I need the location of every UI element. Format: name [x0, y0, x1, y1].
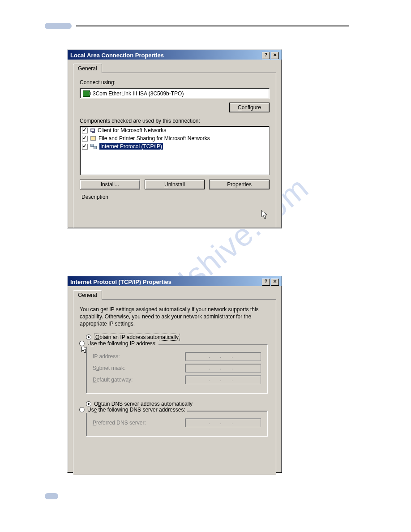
install-button[interactable]: Install...: [80, 180, 140, 189]
ip-address-label: IP address:: [93, 353, 120, 360]
gateway-input: . . .: [185, 375, 261, 384]
tab-general[interactable]: General: [73, 290, 102, 300]
footer-pill: [45, 493, 58, 499]
tab-general[interactable]: General: [73, 64, 102, 73]
close-button[interactable]: ✕: [271, 279, 279, 286]
list-item[interactable]: Client for Microsoft Networks: [80, 126, 269, 134]
item-label: File and Printer Sharing for Microsoft N…: [98, 135, 210, 142]
titlebar: Internet Protocol (TCP/IP) Properties ? …: [68, 276, 282, 286]
ip-address-input: . . .: [185, 352, 261, 361]
checkbox[interactable]: [82, 128, 88, 133]
components-label: Components checked are used by this conn…: [80, 118, 270, 124]
dialog-title: Local Area Connection Properties: [70, 52, 164, 59]
client-icon: [90, 129, 95, 132]
properties-button[interactable]: Properties: [209, 180, 270, 189]
configure-button[interactable]: CConfigureonfigure: [229, 103, 270, 112]
use-dns-radio[interactable]: [79, 407, 85, 412]
components-list[interactable]: Client for Microsoft Networks File and P…: [80, 126, 270, 175]
connect-using-label: Connect using:: [80, 79, 270, 86]
item-label-selected: Internet Protocol (TCP/IP): [99, 143, 163, 150]
ip-fieldset: Use the following IP address: IP address…: [86, 344, 268, 394]
use-ip-label: Use the following IP address:: [87, 340, 157, 347]
radio-icon[interactable]: [86, 335, 91, 340]
dialog-title: Internet Protocol (TCP/IP) Properties: [70, 279, 171, 285]
preferred-dns-label: Preferred DNS server:: [93, 420, 146, 426]
lan-properties-dialog: Local Area Connection Properties ? ✕ Gen…: [67, 49, 282, 228]
tcpip-icon: [90, 144, 97, 149]
close-button[interactable]: ✕: [271, 52, 279, 59]
preferred-dns-input: . . .: [185, 418, 261, 427]
item-label: Client for Microsoft Networks: [98, 127, 166, 133]
subnet-label: Subnet mask:: [93, 365, 125, 371]
description-group: Description: [80, 194, 270, 200]
dns-fieldset: Use the following DNS server addresses: …: [86, 411, 268, 437]
radio-icon[interactable]: [86, 401, 91, 407]
header-pill: [45, 23, 72, 29]
help-text: You can get IP settings assigned automat…: [80, 306, 270, 327]
titlebar: Local Area Connection Properties ? ✕: [68, 50, 282, 60]
share-icon: [90, 136, 96, 141]
uninstall-button[interactable]: Uninstall: [145, 180, 205, 189]
use-ip-radio[interactable]: [79, 341, 85, 346]
checkbox[interactable]: [82, 144, 88, 150]
header-rule: [76, 26, 349, 26]
tcpip-properties-dialog: Internet Protocol (TCP/IP) Properties ? …: [67, 276, 282, 473]
list-item[interactable]: File and Printer Sharing for Microsoft N…: [80, 134, 269, 142]
footer-rule: [63, 496, 394, 496]
adapter-name: 3Com EtherLink III ISA (3C509b-TPO): [93, 90, 184, 97]
help-button[interactable]: ?: [262, 279, 270, 286]
gateway-label: Default gateway:: [93, 377, 133, 383]
page-header: [45, 22, 344, 26]
list-item[interactable]: Internet Protocol (TCP/IP): [80, 142, 269, 150]
nic-icon: [83, 90, 90, 97]
help-button[interactable]: ?: [262, 52, 270, 59]
page-footer: [45, 493, 344, 496]
subnet-input: . . .: [185, 364, 261, 373]
adapter-field: 3Com EtherLink III ISA (3C509b-TPO): [80, 88, 270, 99]
checkbox[interactable]: [82, 136, 88, 142]
use-dns-label: Use the following DNS server addresses:: [87, 407, 185, 413]
